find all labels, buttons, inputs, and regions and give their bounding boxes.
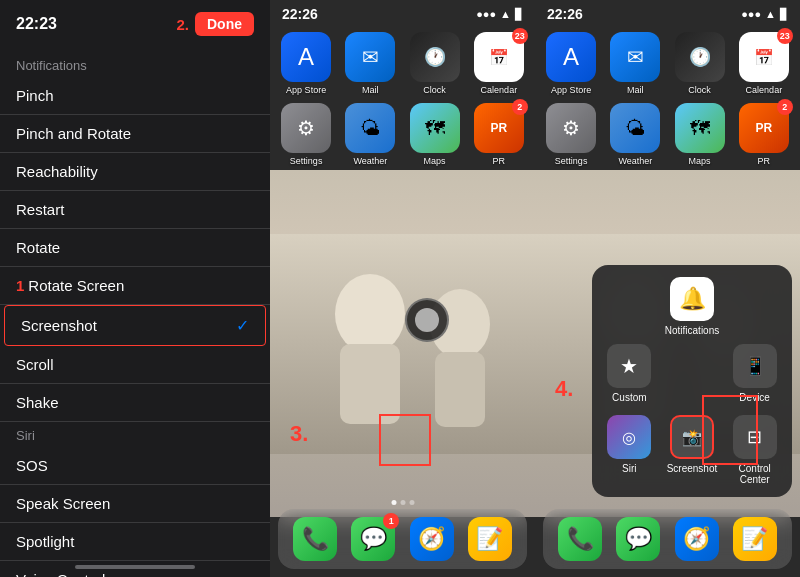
right-phone-panel: 22:26 ●●● ▲ ▊ A App Store ✉ Mail: [535, 0, 800, 577]
r-appstore-label: App Store: [551, 85, 591, 95]
home-indicator: [75, 565, 195, 569]
item-label: Restart: [16, 201, 64, 218]
custom-menu-label: Custom: [612, 392, 646, 403]
messages-icon: 💬 1: [351, 517, 395, 561]
menu-item-spotlight[interactable]: Spotlight: [0, 523, 270, 561]
r-safari-icon: 🧭: [675, 517, 719, 561]
dot-inactive: [400, 500, 405, 505]
right-status-icons: ●●● ▲ ▊: [741, 8, 788, 21]
r-app-settings[interactable]: ⚙ Settings: [543, 103, 599, 166]
dock-phone[interactable]: 📞: [293, 517, 337, 561]
item-label: Spotlight: [16, 533, 74, 550]
app-pr[interactable]: PR 2 PR: [471, 103, 527, 166]
r-weather-label: Weather: [618, 156, 652, 166]
r-app-mail[interactable]: ✉ Mail: [607, 32, 663, 95]
menu-item-reachability[interactable]: Reachability: [0, 153, 270, 191]
section-label: Notifications: [16, 58, 87, 73]
middle-time: 22:26: [282, 6, 318, 22]
r-dock-phone[interactable]: 📞: [558, 517, 602, 561]
done-button[interactable]: Done: [195, 12, 254, 36]
at-item-custom[interactable]: ★ Custom: [607, 344, 651, 403]
item-label: SOS: [16, 457, 48, 474]
svg-rect-5: [435, 352, 485, 427]
menu-item-rotate[interactable]: Rotate: [0, 229, 270, 267]
assistive-touch-area: [383, 418, 427, 462]
phone-background: 22:26 ●●● ▲ ▊ A App Store ✉ Mail: [270, 0, 535, 577]
r-maps-label: Maps: [689, 156, 711, 166]
app-maps[interactable]: 🗺 Maps: [407, 103, 463, 166]
r-calendar-label: Calendar: [746, 85, 783, 95]
weather-icon: 🌤: [345, 103, 395, 153]
menu-item-pinch[interactable]: Pinch: [0, 77, 270, 115]
r-app-clock[interactable]: 🕐 Clock: [672, 32, 728, 95]
r-app-calendar[interactable]: 📅 23 Calendar: [736, 32, 792, 95]
screenshot-red-highlight: [702, 395, 758, 465]
r-dock-messages[interactable]: 💬: [616, 517, 660, 561]
step3-label: 3.: [290, 421, 308, 447]
right-status-bar: 22:26 ●●● ▲ ▊: [535, 0, 800, 28]
app-appstore[interactable]: A App Store: [278, 32, 334, 95]
calendar-label: Calendar: [481, 85, 518, 95]
menu-item-restart[interactable]: Restart: [0, 191, 270, 229]
page-dots: [391, 500, 414, 505]
right-dock: 📞 💬 🧭 📝: [543, 509, 792, 569]
app-calendar[interactable]: 📅 23 Calendar: [471, 32, 527, 95]
menu-item-screenshot[interactable]: Screenshot ✓: [4, 305, 266, 346]
r-app-pr[interactable]: PR 2 PR: [736, 103, 792, 166]
r-app-appstore[interactable]: A App Store: [543, 32, 599, 95]
left-time: 22:23: [16, 15, 57, 33]
settings-menu-list: Notifications Pinch Pinch and Rotate Rea…: [0, 44, 270, 577]
maps-label: Maps: [424, 156, 446, 166]
notifications-menu-label: Notifications: [665, 325, 719, 336]
menu-item-scroll[interactable]: Scroll: [0, 346, 270, 384]
dock-safari[interactable]: 🧭: [410, 517, 454, 561]
app-settings[interactable]: ⚙ Settings: [278, 103, 334, 166]
r-dock-notes[interactable]: 📝: [733, 517, 777, 561]
appstore-icon: A: [281, 32, 331, 82]
right-signal-icon: ●●●: [741, 8, 761, 20]
menu-item-speak-screen[interactable]: Speak Screen: [0, 485, 270, 523]
assistive-touch-inner: [415, 308, 439, 332]
menu-item-rotate-screen[interactable]: 1 Rotate Screen: [0, 267, 270, 305]
r-messages-icon: 💬: [616, 517, 660, 561]
menu-item-voice-control[interactable]: Voice Control: [0, 561, 270, 577]
item-label: Screenshot: [21, 317, 97, 334]
r-pr-label: PR: [758, 156, 771, 166]
r-calendar-icon: 📅 23: [739, 32, 789, 82]
item-label: Pinch: [16, 87, 54, 104]
middle-phone-panel: 22:26 ●●● ▲ ▊ A App Store ✉ Mail: [270, 0, 535, 577]
menu-section-siri: Siri: [0, 422, 270, 447]
at-item-siri[interactable]: ◎ Siri: [607, 415, 651, 485]
r-settings-label: Settings: [555, 156, 588, 166]
left-settings-panel: 22:23 2. Done Notifications Pinch Pinch …: [0, 0, 270, 577]
section-label: Siri: [16, 428, 35, 443]
app-clock[interactable]: 🕐 Clock: [407, 32, 463, 95]
menu-item-pinch-rotate[interactable]: Pinch and Rotate: [0, 115, 270, 153]
wifi-icon: ▲: [500, 8, 511, 20]
mail-label: Mail: [362, 85, 379, 95]
r-mail-label: Mail: [627, 85, 644, 95]
item-label: Rotate Screen: [28, 277, 254, 294]
dock-notes[interactable]: 📝: [468, 517, 512, 561]
dock-messages[interactable]: 💬 1: [351, 517, 395, 561]
item-label: Scroll: [16, 356, 54, 373]
r-clock-icon: 🕐: [675, 32, 725, 82]
r-dock-safari[interactable]: 🧭: [675, 517, 719, 561]
r-mail-icon: ✉: [610, 32, 660, 82]
safari-icon: 🧭: [410, 517, 454, 561]
menu-item-shake[interactable]: Shake: [0, 384, 270, 422]
r-app-weather[interactable]: 🌤 Weather: [607, 103, 663, 166]
r-app-maps[interactable]: 🗺 Maps: [672, 103, 728, 166]
calendar-icon: 📅 23: [474, 32, 524, 82]
clock-label: Clock: [423, 85, 446, 95]
app-weather[interactable]: 🌤 Weather: [342, 103, 398, 166]
r-appstore-icon: A: [546, 32, 596, 82]
at-item-notifications[interactable]: 🔔 Notifications: [665, 277, 719, 336]
pr-label: PR: [493, 156, 506, 166]
pr-icon: PR 2: [474, 103, 524, 153]
assistive-touch-button[interactable]: [405, 298, 449, 342]
menu-item-sos[interactable]: SOS: [0, 447, 270, 485]
app-mail[interactable]: ✉ Mail: [342, 32, 398, 95]
r-maps-icon: 🗺: [675, 103, 725, 153]
r-weather-icon: 🌤: [610, 103, 660, 153]
